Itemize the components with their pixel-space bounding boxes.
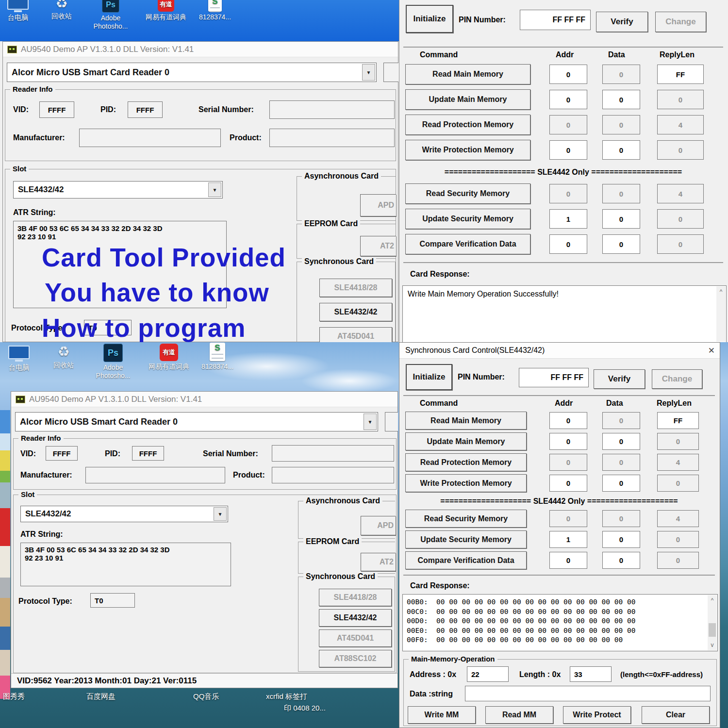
verify-button[interactable]: Verify	[594, 369, 645, 389]
read-protection-memory-button[interactable]: Read Protection Memory	[405, 453, 527, 471]
desktop-icon-youdao[interactable]: 有道 网易有道词典	[146, 344, 192, 371]
product-label: Product:	[233, 471, 265, 480]
initialize-button[interactable]: Initialize	[406, 5, 453, 33]
addr-field[interactable]: 0	[549, 412, 587, 429]
partial-button[interactable]	[385, 412, 398, 431]
data-string-field[interactable]	[465, 686, 711, 701]
reader-info-group: Reader Info VID: FFFF PID: FFFF Serial N…	[13, 438, 397, 490]
write-protection-memory-button[interactable]: Write Protection Memory	[405, 474, 527, 492]
ocean-icon-label[interactable]: 图秀秀	[3, 692, 25, 701]
synchronous-card-group: Synchronous Card SLE4418/28 SLE4432/42 A…	[297, 262, 396, 342]
read-security-memory-button[interactable]: Read Security Memory	[405, 183, 530, 204]
partial-button[interactable]	[383, 63, 398, 82]
pin-number-label: PIN Number:	[458, 373, 505, 381]
data-field[interactable]: 0	[602, 475, 640, 492]
compare-verification-data-button[interactable]: Compare Verification Data	[405, 234, 530, 254]
read-main-memory-button[interactable]: Read Main Memory	[405, 64, 530, 84]
card-type-combo[interactable]: SLE4432/42 ▼	[20, 506, 228, 522]
desktop-icon-youdao[interactable]: 有道 网易有道词典	[144, 0, 188, 21]
pin-number-label: PIN Number:	[459, 16, 506, 24]
read-security-memory-button[interactable]: Read Security Memory	[405, 510, 527, 528]
length-field[interactable]: 33	[570, 666, 612, 682]
sle4418-28-button: SLE4418/28	[319, 589, 392, 606]
data-field[interactable]: 0	[602, 209, 640, 229]
desktop-icon-computer[interactable]: 台电脑	[1, 0, 35, 22]
desktop-icon-computer[interactable]: 台电脑	[1, 346, 37, 372]
update-main-memory-button[interactable]: Update Main Memory	[405, 432, 527, 450]
reader-info-legend: Reader Info	[18, 434, 64, 442]
initialize-button[interactable]: Initialize	[406, 364, 452, 390]
at24-button: AT2	[361, 553, 396, 571]
update-security-memory-button[interactable]: Update Security Memory	[405, 530, 527, 548]
scroll-up-icon[interactable]: ^	[716, 287, 726, 296]
desktop-icon-photoshop[interactable]: Ps Adobe Photosho...	[91, 0, 130, 31]
chevron-down-icon[interactable]: ▼	[214, 507, 227, 521]
scrollbar[interactable]: ^ v	[708, 595, 717, 650]
replylen-field: 0	[657, 234, 704, 254]
command-row: Read Security Memory 0 0 4	[399, 183, 728, 204]
replylen-field: 0	[657, 90, 704, 109]
chevron-down-icon[interactable]: ▼	[362, 64, 375, 81]
addr-field[interactable]: 1	[549, 531, 587, 548]
ocean-icon-label[interactable]: xcrfid 标签打	[266, 692, 307, 701]
desktop-icon-photoshop[interactable]: Ps Adobe Photosho...	[93, 344, 133, 380]
replylen-field[interactable]: FF	[657, 65, 704, 84]
data-field[interactable]: 0	[602, 552, 640, 569]
addr-field[interactable]: 0	[549, 90, 587, 109]
write-protection-memory-button[interactable]: Write Protection Memory	[405, 140, 530, 160]
addr-field[interactable]: 0	[549, 475, 587, 492]
synchronous-card-legend: Synchronous Card	[303, 572, 378, 581]
replylen-field: 0	[657, 433, 699, 450]
desktop-icon-spreadsheet[interactable]: S 8128374...	[195, 343, 240, 371]
addr-field[interactable]: 0	[549, 65, 587, 84]
addr-field[interactable]: 0	[549, 552, 587, 569]
data-field[interactable]: 0	[602, 234, 640, 254]
data-field[interactable]: 0	[602, 140, 640, 160]
chevron-down-icon[interactable]: ▼	[364, 414, 377, 430]
ocean-icon-label[interactable]: 百度网盘	[86, 692, 116, 701]
addr-field[interactable]: 0	[549, 140, 587, 160]
clear-button[interactable]: Clear	[642, 706, 710, 724]
desktop-icon-recycle[interactable]: ♻ 回收站	[47, 345, 81, 369]
sle4432-42-button[interactable]: SLE4432/42	[319, 303, 392, 321]
card-type-combo[interactable]: SLE4432/42 ▼	[13, 181, 223, 199]
chevron-down-icon[interactable]: ▼	[208, 182, 221, 197]
manufacturer-field	[85, 467, 225, 483]
compare-verification-data-button[interactable]: Compare Verification Data	[405, 551, 527, 569]
desktop-icon-recycle[interactable]: ♻ 回收站	[45, 0, 79, 20]
app-titlebar: AU9540 Demo AP V1.3.1.0 DLL Version: V1.…	[3, 42, 398, 57]
app-titlebar: AU9540 Demo AP V1.3.1.0 DLL Version: V1.…	[11, 392, 397, 407]
desktop-icon-spreadsheet[interactable]: S 8128374...	[193, 0, 237, 21]
scrollbar-thumb[interactable]	[709, 623, 716, 637]
sle4432-42-button[interactable]: SLE4432/42	[319, 609, 392, 627]
pin-number-field[interactable]: FF FF FF	[519, 368, 589, 387]
reader-select-combo[interactable]: Alcor Micro USB Smart Card Reader 0 ▼	[7, 63, 377, 82]
addr-field[interactable]: 1	[549, 209, 587, 229]
reader-select-combo[interactable]: Alcor Micro USB Smart Card Reader 0 ▼	[15, 412, 378, 431]
read-mm-button[interactable]: Read MM	[485, 706, 553, 724]
data-field[interactable]: 0	[602, 90, 640, 109]
scroll-up-icon[interactable]: ^	[708, 596, 717, 605]
data-field[interactable]: 0	[602, 531, 640, 548]
addr-field[interactable]: 0	[549, 433, 587, 450]
write-protect-button[interactable]: Write Protect	[563, 706, 631, 724]
verify-button[interactable]: Verify	[596, 12, 648, 32]
close-icon[interactable]: ✕	[708, 343, 715, 359]
card-response-label: Card Response:	[410, 581, 470, 590]
update-main-memory-button[interactable]: Update Main Memory	[405, 89, 530, 110]
write-mm-button[interactable]: Write MM	[408, 706, 476, 724]
replylen-field[interactable]: FF	[657, 412, 699, 429]
app-icon	[16, 396, 25, 403]
scroll-down-icon[interactable]: v	[708, 641, 717, 649]
read-protection-memory-button[interactable]: Read Protection Memory	[405, 115, 530, 135]
address-field[interactable]: 22	[467, 666, 509, 682]
pin-number-field[interactable]: FF FF FF	[520, 10, 591, 30]
scrollbar[interactable]: ^	[716, 286, 726, 342]
addr-field[interactable]: 0	[549, 234, 587, 254]
data-field[interactable]: 0	[602, 433, 640, 450]
read-main-memory-button[interactable]: Read Main Memory	[405, 412, 527, 430]
ocean-icon-label[interactable]: QQ音乐	[193, 692, 219, 701]
update-security-memory-button[interactable]: Update Security Memory	[405, 209, 530, 229]
icon-label: 台电脑	[1, 14, 35, 22]
ocean-icon-label[interactable]: 印 0408 20...	[284, 704, 326, 713]
